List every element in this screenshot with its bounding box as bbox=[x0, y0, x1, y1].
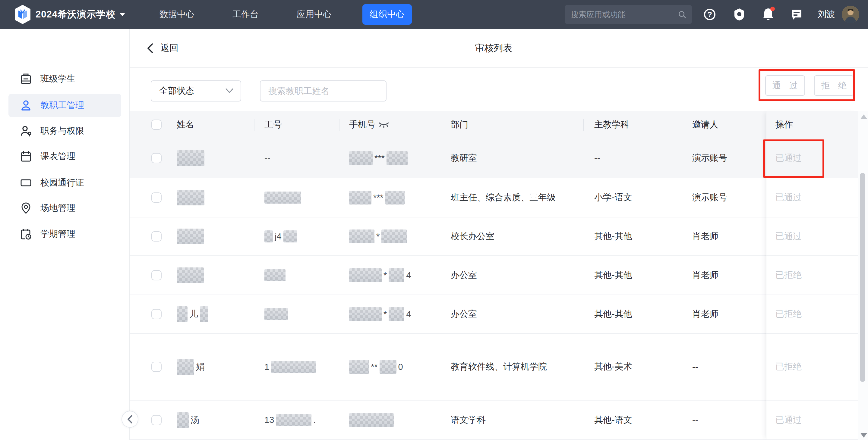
masked-text bbox=[349, 360, 369, 374]
visible-text-fragment: j4 bbox=[275, 232, 282, 241]
masked-text bbox=[177, 229, 204, 244]
table-row[interactable]: ***班主任、综合素质、三年级小学-语文演示账号 bbox=[130, 178, 858, 217]
cell-name: 娟 bbox=[177, 359, 205, 375]
search-icon[interactable] bbox=[678, 10, 686, 19]
visible-text-fragment: 1 bbox=[265, 362, 269, 372]
masked-text bbox=[389, 307, 404, 321]
masked-text bbox=[177, 150, 205, 166]
cell-phone: *** bbox=[349, 151, 408, 165]
column-divider bbox=[439, 119, 439, 131]
cell-phone: *** bbox=[349, 191, 405, 204]
cell-inviter: -- bbox=[692, 415, 698, 425]
masked-text bbox=[265, 192, 301, 204]
masked-text bbox=[265, 308, 288, 320]
back-label: 返回 bbox=[160, 42, 179, 54]
masked-text bbox=[349, 413, 394, 427]
sidebar-item-6[interactable]: 学期管理 bbox=[8, 222, 121, 246]
row-checkbox[interactable] bbox=[151, 362, 162, 372]
shield-icon[interactable] bbox=[731, 0, 748, 29]
row-checkbox[interactable] bbox=[151, 153, 162, 163]
table-row[interactable]: *4办公室其他-其他肖老师 bbox=[130, 256, 858, 295]
column-header-4: 主教学科 bbox=[594, 111, 629, 139]
select-all-checkbox[interactable] bbox=[151, 120, 162, 130]
sidebar-item-3[interactable]: 课表管理 bbox=[8, 144, 121, 168]
visible-text-fragment: . bbox=[313, 415, 316, 425]
back-button[interactable]: 返回 bbox=[147, 29, 179, 67]
cell-inviter: 肖老师 bbox=[692, 269, 718, 281]
sidebar-item-label: 学期管理 bbox=[40, 228, 75, 240]
staff-search bbox=[260, 80, 386, 101]
nav-item-2[interactable]: 应用中心 bbox=[289, 4, 339, 25]
sidebar-item-5[interactable]: 场地管理 bbox=[8, 196, 121, 220]
approve-button[interactable]: 通 过 bbox=[765, 75, 805, 96]
table-row[interactable]: 娟1**0教育软件线、计算机学院其他-美术-- bbox=[130, 334, 858, 401]
staff-search-input[interactable] bbox=[260, 86, 382, 96]
eye-closed-icon[interactable] bbox=[378, 121, 389, 128]
sidebar-item-1[interactable]: 教职工管理 bbox=[8, 94, 121, 117]
row-checkbox[interactable] bbox=[151, 270, 162, 280]
chat-icon[interactable] bbox=[788, 0, 805, 29]
visible-text-fragment: 儿 bbox=[189, 308, 198, 320]
global-search-input[interactable] bbox=[565, 10, 678, 19]
cell-status: 已拒绝 bbox=[766, 256, 858, 295]
table-row[interactable]: 汤13.语文学科其他-语文-- bbox=[130, 401, 858, 440]
seewo-logo-icon bbox=[14, 2, 31, 27]
table-header: 姓名工号手机号部门主教学科邀请人 bbox=[130, 111, 858, 139]
scroll-up-arrow-icon[interactable] bbox=[861, 114, 867, 119]
status-filter-select[interactable]: 全部状态 bbox=[151, 80, 241, 101]
row-checkbox[interactable] bbox=[151, 309, 162, 319]
nav-item-3[interactable]: 组织中心 bbox=[362, 4, 412, 25]
table-row[interactable]: j4*校长办公室其他-其他肖老师 bbox=[130, 217, 858, 256]
column-header-1: 工号 bbox=[265, 111, 282, 139]
help-icon[interactable]: ? bbox=[701, 0, 718, 29]
person-icon bbox=[20, 99, 32, 111]
sidebar-item-label: 职务与权限 bbox=[40, 125, 84, 137]
masked-text bbox=[349, 151, 373, 165]
nav-item-1[interactable]: 工作台 bbox=[225, 4, 266, 25]
id-card-icon bbox=[20, 73, 32, 85]
visible-text-fragment: 0 bbox=[398, 362, 403, 372]
cell-status: 已通过 bbox=[766, 217, 858, 256]
sidebar-item-label: 班级学生 bbox=[40, 73, 75, 85]
cell-subject: 小学-语文 bbox=[594, 192, 632, 204]
vertical-scrollbar[interactable] bbox=[858, 111, 868, 440]
school-switcher[interactable]: 2024希沃演示学校 bbox=[36, 0, 125, 29]
sidebar-item-label: 校园通行证 bbox=[40, 177, 84, 189]
bell-icon[interactable] bbox=[760, 0, 777, 29]
sidebar-item-0[interactable]: 班级学生 bbox=[8, 67, 121, 91]
user-menu[interactable]: 刘波 bbox=[818, 0, 835, 29]
cell-department: 班主任、综合素质、三年级 bbox=[451, 192, 556, 204]
cell-status: 已拒绝 bbox=[766, 334, 858, 401]
masked-text bbox=[177, 267, 204, 283]
reject-button[interactable]: 拒 绝 bbox=[814, 75, 854, 96]
table-row[interactable]: 儿*4办公室其他-其他肖老师 bbox=[130, 295, 858, 334]
row-checkbox[interactable] bbox=[151, 193, 162, 203]
table-row[interactable]: --***教研室--演示账号 bbox=[130, 139, 858, 178]
sidebar-item-2[interactable]: 职务与权限 bbox=[8, 119, 121, 143]
cell-subject: 其他-美术 bbox=[594, 361, 632, 373]
masked-text bbox=[349, 307, 382, 321]
cell-department: 校长办公室 bbox=[451, 230, 494, 242]
scroll-down-arrow-icon[interactable] bbox=[861, 433, 867, 438]
masked-text bbox=[177, 306, 188, 322]
pass-card-icon bbox=[20, 177, 32, 189]
cell-emp-no: 1 bbox=[265, 361, 316, 373]
cell-phone: *4 bbox=[349, 307, 411, 321]
chevron-down-icon bbox=[120, 13, 125, 16]
masked-text bbox=[349, 268, 382, 282]
cell-emp-no bbox=[265, 269, 285, 281]
cell-subject: 其他-其他 bbox=[594, 230, 632, 242]
top-navbar: 2024希沃演示学校 数据中心工作台应用中心组织中心 ? 刘波 bbox=[0, 0, 868, 29]
cell-subject: 其他-语文 bbox=[594, 414, 632, 426]
nav-item-0[interactable]: 数据中心 bbox=[152, 4, 202, 25]
cell-emp-no bbox=[265, 308, 288, 320]
masked-text bbox=[177, 359, 194, 375]
row-checkbox[interactable] bbox=[151, 415, 162, 425]
cell-name bbox=[177, 267, 204, 283]
sidebar-item-4[interactable]: 校园通行证 bbox=[8, 171, 121, 195]
sidebar-collapse-button[interactable] bbox=[122, 411, 138, 428]
scrollbar-thumb[interactable] bbox=[860, 173, 865, 382]
avatar[interactable] bbox=[842, 6, 859, 23]
school-name: 2024希沃演示学校 bbox=[36, 8, 116, 21]
row-checkbox[interactable] bbox=[151, 231, 162, 241]
